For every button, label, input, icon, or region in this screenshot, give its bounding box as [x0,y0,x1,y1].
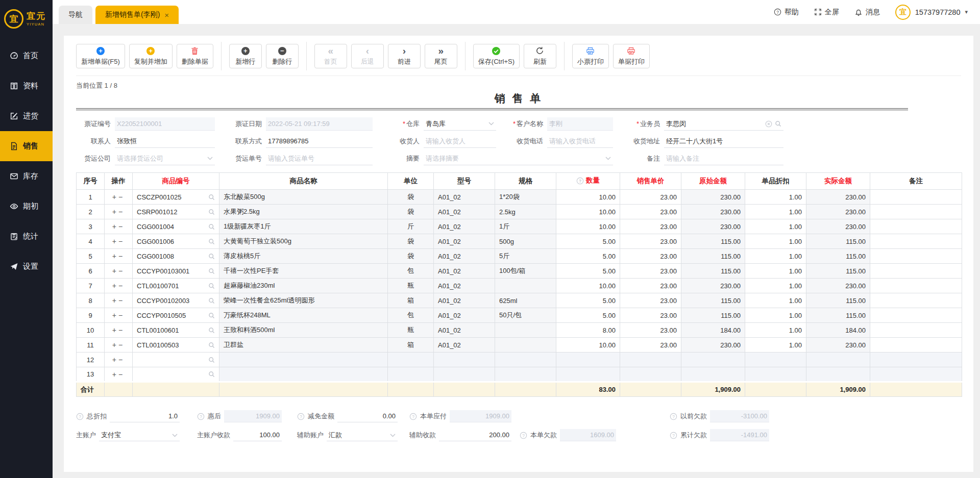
delete-document-button[interactable]: 删除单据 [177,44,213,68]
quantity-cell[interactable]: 10.00 [556,190,620,205]
remove-row-icon[interactable]: − [118,311,125,319]
chevron-down-icon[interactable] [172,434,178,437]
product-code-value[interactable]: CTL00100601 [137,326,179,334]
sale-price-cell[interactable]: 23.00 [620,205,681,219]
add-row-button[interactable]: +新增行 [229,44,262,68]
sidebar-item-settings[interactable]: 设置 [0,251,53,282]
next-page-button[interactable]: ›前进 [388,44,421,68]
quantity-cell[interactable]: 5.00 [556,234,620,249]
remove-row-icon[interactable]: − [118,222,125,231]
contact-phone-input[interactable]: 17789896785 [266,135,373,148]
remove-row-icon[interactable]: − [118,193,125,201]
receiver-input[interactable]: 请输入收货人 [424,135,496,148]
item-discount-cell[interactable]: 1.00 [745,264,806,279]
product-code-value[interactable]: CTL00100503 [137,341,179,349]
copy-and-add-button[interactable]: +复制并增加 [129,44,173,68]
product-code-value[interactable]: CGG001006 [137,238,174,245]
search-icon[interactable] [208,371,215,378]
freight-number-input[interactable]: 请输入货运单号 [266,152,373,165]
chevron-down-icon[interactable] [605,157,611,160]
last-page-button[interactable]: »尾页 [425,44,457,68]
quantity-cell[interactable]: 10.00 [556,279,620,293]
item-discount-cell[interactable]: 1.00 [745,249,806,264]
product-code-value[interactable]: CTL00100701 [137,282,179,290]
add-row-icon[interactable]: + [112,296,118,305]
deduction-amount-input[interactable]: 0.00 [337,410,398,422]
user-menu[interactable]: 宜 15737977280 ▾ [895,5,968,20]
summary-input[interactable]: 请选择摘要 [424,152,613,165]
remove-row-icon[interactable]: − [118,252,125,260]
search-icon[interactable] [208,283,215,289]
fullscreen-button[interactable]: 全屏 [814,8,839,17]
quantity-cell[interactable]: 10.00 [556,338,620,353]
quantity-cell[interactable]: 10.00 [556,219,620,234]
product-code-value[interactable]: CCCYP00102003 [137,297,189,305]
sidebar-item-materials[interactable]: 资料 [0,71,53,101]
tab-new-sales-order[interactable]: 新增销售单(李刚)× [95,6,179,24]
receiver-phone-input[interactable]: 请输入收货电话 [547,135,613,148]
main-account-input[interactable]: 支付宝 [99,429,180,441]
save-button[interactable]: 保存(Ctrl+S) [473,44,520,68]
remark-cell[interactable] [870,264,962,279]
search-icon[interactable] [208,297,215,304]
warehouse-input[interactable]: 青岛库 [424,117,496,131]
remark-cell[interactable] [870,323,962,338]
remark-cell[interactable] [870,293,962,308]
add-row-icon[interactable]: + [112,370,118,379]
search-icon[interactable] [208,357,215,363]
clear-circle-icon[interactable] [765,120,772,128]
remove-row-icon[interactable]: − [118,326,125,334]
product-code-value[interactable]: CSRP001012 [137,208,178,216]
search-icon[interactable] [208,253,215,260]
sale-price-cell[interactable]: 23.00 [620,219,681,234]
remove-row-icon[interactable]: − [118,296,125,305]
add-row-icon[interactable]: + [112,252,118,260]
item-discount-cell[interactable]: 1.00 [745,190,806,205]
add-row-icon[interactable]: + [112,237,118,245]
salesperson-input[interactable]: 李思闵 [664,117,783,131]
remark-cell[interactable] [870,205,962,219]
sale-price-cell[interactable]: 23.00 [620,338,681,353]
product-code-value[interactable]: CSCZP001025 [137,193,181,201]
item-discount-cell[interactable]: 1.00 [745,338,806,353]
remark-cell[interactable] [870,249,962,264]
auxiliary-account-input[interactable]: 汇款 [327,429,398,441]
remark-cell[interactable] [870,279,962,293]
document-print-button[interactable]: 单据打印 [613,44,650,68]
add-row-icon[interactable]: + [112,356,118,364]
quantity-cell[interactable]: 5.00 [556,293,620,308]
sidebar-item-home[interactable]: 首页 [0,41,53,71]
quantity-cell[interactable]: 5.00 [556,308,620,323]
freight-company-input[interactable]: 请选择货运公司 [115,152,215,165]
search-icon[interactable] [208,209,215,215]
product-code-value[interactable]: CGG001008 [137,253,174,260]
add-row-icon[interactable]: + [112,311,118,319]
item-discount-cell[interactable]: 1.00 [745,323,806,338]
quantity-cell[interactable]: 10.00 [556,205,620,219]
search-icon[interactable] [775,120,781,127]
chevron-down-icon[interactable] [390,434,396,437]
chevron-down-icon[interactable] [488,122,494,125]
add-row-icon[interactable]: + [112,341,118,349]
remove-row-icon[interactable]: − [118,237,125,245]
item-discount-cell[interactable]: 1.00 [745,234,806,249]
sidebar-item-opening[interactable]: 期初 [0,191,53,221]
quantity-cell[interactable]: 5.00 [556,264,620,279]
sidebar-item-statistics[interactable]: 统计 [0,221,53,251]
messages-button[interactable]: 消息 [854,8,880,17]
add-row-icon[interactable]: + [112,222,118,231]
sidebar-item-sales[interactable]: 销售 [0,131,53,161]
add-row-icon[interactable]: + [112,282,118,290]
remark-cell[interactable] [870,308,962,323]
chevron-down-icon[interactable] [207,157,213,160]
new-document-button[interactable]: +新增单据(F5) [76,44,125,68]
refresh-button[interactable]: 刷新 [524,44,556,68]
item-discount-cell[interactable]: 1.00 [745,279,806,293]
search-icon[interactable] [208,327,215,334]
sale-price-cell[interactable]: 23.00 [620,323,681,338]
item-discount-cell[interactable]: 1.00 [745,205,806,219]
sale-price-cell[interactable]: 23.00 [620,234,681,249]
sidebar-item-purchase[interactable]: 进货 [0,101,53,131]
receiver-addr-input[interactable]: 经开二十八大街1号 [664,135,783,148]
sale-price-cell[interactable]: 23.00 [620,293,681,308]
